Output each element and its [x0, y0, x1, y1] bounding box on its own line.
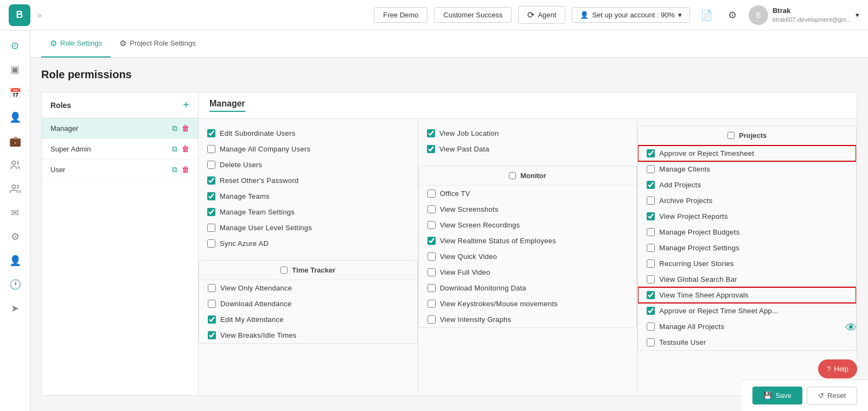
perm-manage-all-projects-checkbox[interactable]	[647, 323, 655, 331]
user-area[interactable]: B Btrak btrak607-development@gm... ▾	[749, 5, 859, 25]
delete-role-super-admin[interactable]: 🗑	[182, 144, 189, 154]
perm-manage-all-company-label[interactable]: Manage All Company Users	[220, 145, 310, 153]
perm-view-breaks-checkbox[interactable]	[208, 331, 216, 339]
setup-button[interactable]: 👤 Set up your account : 90% ▾	[572, 7, 690, 23]
perm-view-intensity-checkbox[interactable]	[427, 315, 436, 324]
perm-view-screenshots-label[interactable]: View Screenshots	[440, 205, 499, 213]
perm-approve-reject-timesheet-checkbox[interactable]	[647, 149, 655, 157]
perm-view-project-reports-checkbox[interactable]	[647, 212, 655, 220]
perm-view-attendance-checkbox[interactable]	[208, 284, 216, 292]
perm-sync-azure-label[interactable]: Sync Azure AD	[220, 239, 269, 248]
perm-view-project-reports-label[interactable]: View Project Reports	[659, 212, 727, 220]
perm-manage-all-projects-label[interactable]: Manage All Projects	[659, 323, 724, 331]
perm-view-quick-video-label[interactable]: View Quick Video	[440, 252, 497, 261]
sidebar-item-briefcase[interactable]: 💼	[4, 130, 26, 152]
perm-edit-attendance-label[interactable]: Edit My Attendance	[220, 315, 284, 324]
perm-edit-attendance-checkbox[interactable]	[208, 315, 216, 324]
sidebar-item-clock[interactable]: 🕐	[4, 274, 26, 295]
perm-download-monitoring-label[interactable]: Download Monitoring Data	[440, 284, 526, 292]
perm-view-job-location-label[interactable]: View Job Location	[439, 129, 499, 137]
role-item-manager[interactable]: Manager ⧉ 🗑	[42, 118, 198, 139]
perm-reset-password-label[interactable]: Reset Other's Password	[220, 176, 298, 185]
perm-testsuite-user-label[interactable]: Testsuite User	[659, 338, 706, 346]
perm-add-projects-label[interactable]: Add Projects	[659, 181, 701, 189]
perm-manage-user-level-checkbox[interactable]	[207, 224, 215, 232]
perm-view-quick-video-checkbox[interactable]	[427, 252, 436, 261]
copy-role-super-admin[interactable]: ⧉	[172, 144, 177, 154]
sidebar-item-team[interactable]	[4, 154, 26, 176]
reset-button[interactable]: ↺ Reset	[807, 387, 857, 404]
perm-manage-all-company-checkbox[interactable]	[207, 145, 215, 153]
perm-archive-projects-checkbox[interactable]	[647, 197, 655, 205]
perm-delete-users-label[interactable]: Delete Users	[220, 161, 262, 169]
monitor-header-checkbox[interactable]	[509, 172, 516, 179]
sidebar-item-tv[interactable]: ▣	[4, 59, 26, 80]
perm-view-timesheet-approvals-label[interactable]: View Time Sheet Approvals	[659, 291, 749, 299]
perm-recurring-user-stories-checkbox[interactable]	[647, 260, 655, 268]
perm-view-screenshots-checkbox[interactable]	[427, 205, 436, 213]
perm-view-global-search-checkbox[interactable]	[647, 275, 655, 283]
customer-success-button[interactable]: Customer Success	[434, 7, 512, 23]
perm-approve-reject-timesheet-app-checkbox[interactable]	[647, 307, 655, 315]
copy-role-manager[interactable]: ⧉	[172, 124, 177, 133]
delete-role-manager[interactable]: 🗑	[182, 124, 189, 133]
save-button[interactable]: 💾 Save	[752, 387, 802, 404]
perm-view-past-data-checkbox[interactable]	[427, 145, 435, 153]
perm-view-breaks-label[interactable]: View Breaks/Idle Times	[220, 331, 297, 339]
perm-view-keystrokes-checkbox[interactable]	[427, 300, 436, 308]
gear-icon-button[interactable]: ⚙	[723, 5, 742, 25]
perm-view-realtime-label[interactable]: View Realtime Status of Employees	[440, 237, 556, 245]
perm-reset-password-checkbox[interactable]	[207, 176, 215, 185]
eye-icon[interactable]: 👁	[845, 321, 857, 335]
perm-view-intensity-label[interactable]: View Intensity Graphs	[440, 315, 512, 324]
sidebar-item-mail[interactable]: ✉	[4, 202, 26, 224]
perm-view-screen-recordings-label[interactable]: View Screen Recordings	[440, 221, 520, 229]
perm-manage-teams-checkbox[interactable]	[207, 192, 215, 200]
help-button[interactable]: ? Help	[818, 359, 857, 378]
perm-manage-clients-checkbox[interactable]	[647, 165, 655, 173]
perm-view-past-data-label[interactable]: View Past Data	[439, 145, 489, 153]
perm-testsuite-user-checkbox[interactable]	[647, 338, 655, 346]
perm-manage-clients-label[interactable]: Manage Clients	[659, 165, 710, 173]
perm-manage-teams-label[interactable]: Manage Teams	[220, 192, 270, 200]
perm-view-full-video-checkbox[interactable]	[427, 268, 436, 276]
perm-delete-users-checkbox[interactable]	[207, 161, 215, 169]
perm-manage-project-budgets-checkbox[interactable]	[647, 228, 655, 236]
perm-office-tv-label[interactable]: Office TV	[440, 189, 470, 198]
sidebar-item-settings[interactable]: ⚙	[4, 226, 26, 248]
agent-button[interactable]: ⟳ Agent	[518, 6, 565, 24]
perm-manage-project-settings-checkbox[interactable]	[647, 244, 655, 252]
perm-view-screen-recordings-checkbox[interactable]	[427, 221, 436, 229]
document-icon-button[interactable]: 📄	[697, 5, 716, 25]
perm-view-job-location-checkbox[interactable]	[427, 129, 435, 137]
sidebar-item-person2[interactable]: 👤	[4, 250, 26, 271]
perm-download-attendance-checkbox[interactable]	[208, 300, 216, 308]
perm-archive-projects-label[interactable]: Archive Projects	[659, 197, 712, 205]
tab-role-settings[interactable]: ⚙ Role Settings	[41, 30, 111, 58]
sidebar-item-group[interactable]	[4, 178, 26, 200]
perm-download-attendance-label[interactable]: Download Attendance	[220, 300, 291, 308]
perm-approve-reject-timesheet-app-label[interactable]: Approve or Reject Time Sheet App...	[659, 307, 778, 315]
role-item-super-admin[interactable]: Super Admin ⧉ 🗑	[42, 139, 198, 160]
add-role-button[interactable]: +	[183, 99, 189, 111]
role-item-user[interactable]: User ⧉ 🗑	[42, 160, 198, 180]
perm-view-timesheet-approvals-checkbox[interactable]	[647, 291, 655, 299]
app-logo[interactable]: B	[9, 4, 30, 26]
delete-role-user[interactable]: 🗑	[182, 165, 189, 174]
sidebar-item-send[interactable]: ➤	[4, 298, 26, 319]
perm-manage-project-budgets-label[interactable]: Manage Project Budgets	[659, 228, 739, 236]
perm-add-projects-checkbox[interactable]	[647, 181, 655, 189]
sidebar-item-dashboard[interactable]: ⊙	[4, 35, 26, 56]
perm-manage-team-settings-label[interactable]: Manage Team Settings	[220, 208, 295, 216]
perm-view-keystrokes-label[interactable]: View Keystrokes/Mouse movements	[440, 300, 558, 308]
perm-download-monitoring-checkbox[interactable]	[427, 284, 436, 292]
perm-view-attendance-label[interactable]: View Only Attendance	[220, 284, 292, 292]
sidebar-item-users[interactable]: 👤	[4, 106, 26, 128]
perm-edit-subordinate-label[interactable]: Edit Subordinate Users	[220, 129, 295, 137]
sidebar-item-calendar[interactable]: 📅	[4, 83, 26, 104]
perm-office-tv-checkbox[interactable]	[427, 189, 436, 198]
perm-view-realtime-checkbox[interactable]	[427, 237, 436, 245]
perm-manage-user-level-label[interactable]: Manage User Level Settings	[220, 224, 312, 232]
perm-sync-azure-checkbox[interactable]	[207, 239, 215, 248]
perm-manage-project-settings-label[interactable]: Manage Project Settings	[659, 244, 739, 252]
